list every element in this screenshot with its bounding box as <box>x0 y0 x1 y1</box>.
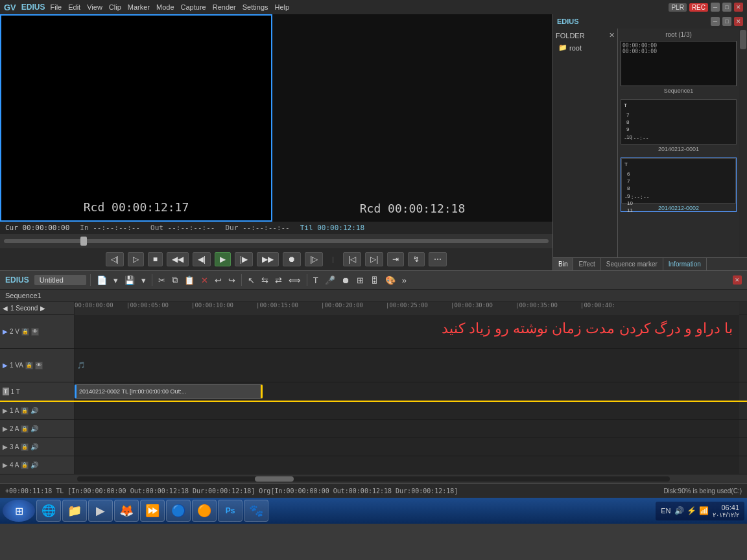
voice-btn[interactable]: 🎤 <box>323 274 337 286</box>
open-btn[interactable]: ▾ <box>112 274 120 286</box>
track-vis-2v[interactable]: 👁 <box>31 328 39 336</box>
clip-0001[interactable]: T 78910 --:--:-- 20140212-0001 <box>621 99 737 152</box>
close-button[interactable]: ✕ <box>734 3 743 12</box>
new-btn[interactable]: 📄 <box>95 274 109 286</box>
clip-sequence1[interactable]: 00:00:00:0000:00:01:00 Sequence1 <box>621 41 737 94</box>
stop-button[interactable]: ■ <box>148 252 163 266</box>
paste-btn[interactable]: 📋 <box>182 274 196 286</box>
edius-close[interactable]: ✕ <box>733 275 742 285</box>
bin-minimize[interactable]: ─ <box>711 17 720 26</box>
h-scroll-track[interactable] <box>77 476 670 482</box>
menu-settings[interactable]: Settings <box>243 3 268 11</box>
color-btn[interactable]: 🎨 <box>383 274 397 286</box>
undo-btn[interactable]: ↩ <box>213 274 224 286</box>
play-button[interactable]: ▶ <box>215 252 231 266</box>
step-back-button[interactable]: ◀| <box>193 252 211 266</box>
taskbar-ps[interactable]: Ps <box>218 500 243 522</box>
record-button[interactable]: ⏺ <box>283 252 301 266</box>
copy-btn[interactable]: ⧉ <box>170 274 180 286</box>
grid-btn[interactable]: ⊞ <box>355 274 366 286</box>
tab-information[interactable]: Information <box>663 258 707 270</box>
step-fwd-button[interactable]: |▶ <box>235 252 253 266</box>
track-lock-3a[interactable]: 🔒 <box>21 443 29 451</box>
menu-marker[interactable]: Marker <box>128 3 150 11</box>
timescale-next[interactable]: ▶ <box>40 305 45 312</box>
menu-mode[interactable]: Mode <box>156 3 174 11</box>
prev-button[interactable]: ▷ <box>128 252 144 266</box>
track-content-1va[interactable]: 🎵 <box>75 349 739 382</box>
delete-btn[interactable]: ✕ <box>199 274 210 286</box>
overwrite-button[interactable]: ↯ <box>408 252 425 266</box>
insert-button[interactable]: ⇥ <box>387 252 404 266</box>
track-vis-1va[interactable]: 👁 <box>35 362 43 369</box>
menu-clip[interactable]: Clip <box>109 3 121 11</box>
capture-btn[interactable]: ⏺ <box>340 274 352 286</box>
cut-btn[interactable]: ✂ <box>156 274 167 286</box>
restore-button[interactable]: □ <box>722 3 731 12</box>
mark-in-button[interactable]: ◁| <box>106 252 124 266</box>
start-button[interactable]: ⊞ <box>3 500 35 522</box>
export-btn[interactable]: ▾ <box>139 274 148 286</box>
taskbar-app5[interactable]: ⏩ <box>140 500 165 522</box>
folder-close-icon[interactable]: ✕ <box>609 31 615 40</box>
slip-btn[interactable]: ⇄ <box>273 274 284 286</box>
track-content-3a[interactable] <box>75 438 739 456</box>
bin-restore[interactable]: □ <box>722 17 731 26</box>
menu-edit[interactable]: Edit <box>68 3 80 11</box>
v-scrollbar-top[interactable] <box>739 302 747 314</box>
tab-sequence-marker[interactable]: Sequence marker <box>601 258 663 270</box>
track-lock-2v[interactable]: 🔒 <box>21 328 29 336</box>
taskbar-ie[interactable]: 🌐 <box>36 500 61 522</box>
menu-help[interactable]: Help <box>275 3 290 11</box>
taskbar-app6[interactable]: 🔵 <box>166 500 191 522</box>
bin-close[interactable]: ✕ <box>734 17 743 26</box>
scrubber-track[interactable] <box>4 239 549 243</box>
out-mark-button[interactable]: ▷| <box>365 252 383 266</box>
root-folder-item[interactable]: 📁 root <box>556 42 615 53</box>
h-scroll-thumb[interactable] <box>255 476 294 482</box>
select-btn[interactable]: ↖ <box>246 274 257 286</box>
minimize-button[interactable]: ─ <box>711 3 720 12</box>
track-content-2v[interactable]: با دراو و درگ کردن مدت زمان نوشته رو زیا… <box>75 315 739 348</box>
taskbar-explorer[interactable]: 📁 <box>62 500 87 522</box>
menu-file[interactable]: File <box>50 3 62 11</box>
rate-btn[interactable]: ⟺ <box>287 274 303 286</box>
redo-btn[interactable]: ↪ <box>226 274 237 286</box>
track-content-2a[interactable] <box>75 420 739 438</box>
tab-bin[interactable]: Bin <box>553 258 573 270</box>
scrubber-handle[interactable] <box>80 237 87 246</box>
bin-scrollbar[interactable] <box>739 29 747 257</box>
track-content-1t[interactable]: 20140212-0002 TL [In:00:00:00:00 Out:...… <box>75 382 739 401</box>
menu-view[interactable]: View <box>87 3 102 11</box>
timescale-prev[interactable]: ◀ <box>3 305 8 312</box>
taskbar-firefox[interactable]: 🦊 <box>114 500 139 522</box>
mixer-btn[interactable]: 🎛 <box>368 274 381 286</box>
track-content-1a[interactable] <box>75 402 739 419</box>
text-clip-block[interactable]: 20140212-0002 TL [In:00:00:00:00 Out:... <box>75 384 263 399</box>
menu-capture[interactable]: Capture <box>181 3 206 11</box>
taskbar-app9[interactable]: 🐾 <box>244 500 268 522</box>
track-lock-1va[interactable]: 🔒 <box>25 362 33 369</box>
menu-render[interactable]: Render <box>213 3 236 11</box>
fast-fwd-button[interactable]: ▶▶ <box>257 252 279 266</box>
track-lock-4a[interactable]: 🔒 <box>21 461 29 469</box>
ripple-btn[interactable]: ⇆ <box>259 274 270 286</box>
h-scrollbar[interactable] <box>0 474 747 484</box>
scrubber-bar[interactable] <box>0 234 552 248</box>
mark-out-button[interactable]: |▷ <box>305 252 323 266</box>
more-btn[interactable]: » <box>400 274 409 286</box>
track-content-4a[interactable] <box>75 456 739 474</box>
taskbar-app7[interactable]: 🟠 <box>192 500 217 522</box>
bin-scrollbar-thumb[interactable] <box>740 30 746 49</box>
tab-effect[interactable]: Effect <box>573 258 600 270</box>
timescale-control[interactable]: ◀ 1 Second ▶ <box>0 302 75 314</box>
marker-btn[interactable]: T <box>311 274 320 286</box>
rewind-button[interactable]: ◀◀ <box>167 252 189 266</box>
misc-button[interactable]: ⋯ <box>429 252 447 266</box>
save-btn[interactable]: 💾 <box>123 274 137 286</box>
taskbar-media[interactable]: ▶ <box>88 500 113 522</box>
in-mark-button[interactable]: |◁ <box>343 252 361 266</box>
track-lock-2a[interactable]: 🔒 <box>21 425 29 433</box>
track-lock-1a[interactable]: 🔒 <box>21 407 29 415</box>
clip-0002[interactable]: T 67891011 --:--:-- 20140212-0002 <box>621 158 737 212</box>
